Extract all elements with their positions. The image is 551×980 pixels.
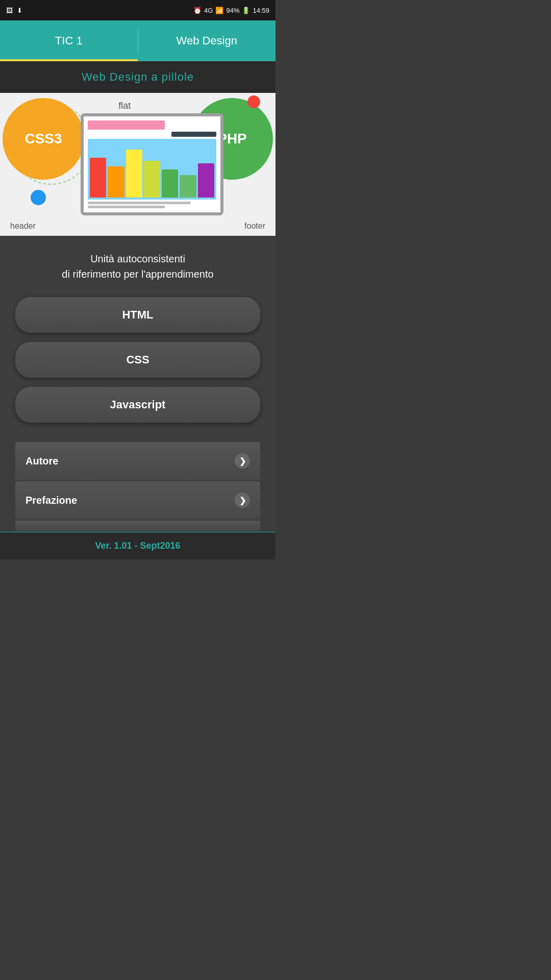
network-4g: 4G xyxy=(204,7,213,14)
chart-bar-2 xyxy=(108,166,124,198)
battery-icon: 🔋 xyxy=(242,7,250,14)
version-text: Ver. 1.01 - Sept2016 xyxy=(95,541,180,551)
chart-bar-6 xyxy=(180,175,196,198)
download-icon: ⬇ xyxy=(17,7,22,14)
hero-image: CSS3 PHP xyxy=(0,93,276,236)
tab-webdesign[interactable]: Web Design xyxy=(138,20,276,61)
css3-label: CSS3 xyxy=(24,131,62,147)
description-text: Unità autoconsistenti di riferimento per… xyxy=(15,251,260,282)
tab-tic1[interactable]: TIC 1 xyxy=(0,20,138,61)
flat-label: flat xyxy=(118,101,131,111)
section-title: Web Design a pillole xyxy=(0,61,276,93)
signal-bars: 📶 xyxy=(215,7,223,14)
footer-line-1 xyxy=(88,202,191,204)
main-content: Unità autoconsistenti di riferimento per… xyxy=(0,236,276,442)
version-footer: Ver. 1.01 - Sept2016 xyxy=(0,532,276,559)
footer-line-2 xyxy=(88,206,165,208)
prefazione-item[interactable]: Prefazione ❯ xyxy=(15,481,260,520)
status-icons: 🖼 ⬇ xyxy=(6,7,22,14)
partial-item xyxy=(15,521,260,531)
battery-percent: 94% xyxy=(226,7,239,14)
monitor-screen xyxy=(84,116,220,212)
list-section: Autore ❯ Prefazione ❯ xyxy=(0,442,276,531)
autore-label: Autore xyxy=(26,455,58,467)
monitor-footer-lines xyxy=(88,202,216,208)
small-red-circle xyxy=(247,95,260,108)
status-bar: 🖼 ⬇ ⏰ 4G 📶 94% 🔋 14:59 xyxy=(0,0,276,20)
small-blue-circle xyxy=(31,190,46,205)
clock: 14:59 xyxy=(253,7,269,14)
tab-bar: TIC 1 Web Design xyxy=(0,20,276,61)
css3-circle: CSS3 xyxy=(3,98,84,180)
alarm-icon: ⏰ xyxy=(193,7,202,14)
autore-chevron: ❯ xyxy=(235,453,250,469)
autore-item[interactable]: Autore ❯ xyxy=(15,442,260,480)
chart-bar-4 xyxy=(144,161,160,198)
prefazione-label: Prefazione xyxy=(26,495,77,506)
javascript-button[interactable]: Javascript xyxy=(15,387,260,423)
hero-content: CSS3 PHP xyxy=(0,93,276,236)
monitor-nav-bar xyxy=(171,132,216,137)
chart-bar-5 xyxy=(162,169,178,198)
status-info: ⏰ 4G 📶 94% 🔋 14:59 xyxy=(193,7,269,14)
html-button[interactable]: HTML xyxy=(15,297,260,333)
header-label: header xyxy=(10,222,36,231)
gallery-icon: 🖼 xyxy=(6,7,13,14)
chart-bar-3 xyxy=(126,150,142,198)
monitor-illustration xyxy=(81,113,223,215)
monitor-header-bar xyxy=(88,120,165,130)
monitor-chart xyxy=(88,139,216,200)
css-button[interactable]: CSS xyxy=(15,342,260,378)
chart-bar-7 xyxy=(198,163,214,198)
chart-bar-1 xyxy=(90,158,106,198)
prefazione-chevron: ❯ xyxy=(235,493,250,508)
footer-label: footer xyxy=(244,222,265,231)
